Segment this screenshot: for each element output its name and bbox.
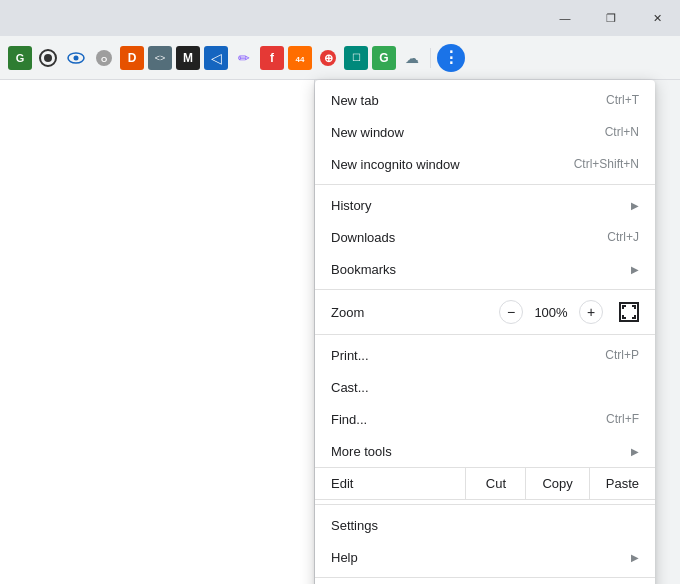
menu-item-more-tools[interactable]: More tools ▶	[315, 435, 655, 467]
ext-circle-dark[interactable]	[36, 46, 60, 70]
title-bar-controls: — ❐ ✕	[542, 0, 680, 36]
menu-item-new-tab[interactable]: New tab Ctrl+T	[315, 84, 655, 116]
ext-badge-orange[interactable]: 44	[288, 46, 312, 70]
main-area: New tab Ctrl+T New window Ctrl+N New inc…	[0, 80, 680, 584]
ext-circle-gray[interactable]: O	[92, 46, 116, 70]
ext-cloud[interactable]: ☁	[400, 46, 424, 70]
svg-text:⊕: ⊕	[324, 52, 333, 64]
browser-toolbar: G O D <> M ◁ ✏ f 44 ⊕ ☐ G ☁ ⋮	[0, 36, 680, 80]
ext-square-teal[interactable]: ☐	[344, 46, 368, 70]
zoom-out-button[interactable]: −	[499, 300, 523, 324]
svg-text:44: 44	[296, 55, 305, 64]
ext-m-dark[interactable]: M	[176, 46, 200, 70]
menu-item-settings[interactable]: Settings	[315, 509, 655, 541]
separator-2	[315, 289, 655, 290]
svg-point-1	[44, 54, 52, 62]
fullscreen-button[interactable]	[619, 302, 639, 322]
minimize-button[interactable]: —	[542, 0, 588, 36]
svg-text:O: O	[101, 55, 107, 64]
context-menu: New tab Ctrl+T New window Ctrl+N New inc…	[315, 80, 655, 584]
zoom-row: Zoom − 100% +	[315, 294, 655, 330]
three-dot-menu[interactable]: ⋮	[437, 44, 465, 72]
menu-item-new-incognito[interactable]: New incognito window Ctrl+Shift+N	[315, 148, 655, 180]
separator-5	[315, 577, 655, 578]
cut-button[interactable]: Cut	[465, 468, 525, 499]
zoom-controls: − 100% +	[499, 300, 639, 324]
svg-point-3	[74, 55, 79, 60]
ext-d-orange[interactable]: D	[120, 46, 144, 70]
copy-button[interactable]: Copy	[525, 468, 588, 499]
menu-item-history[interactable]: History ▶	[315, 189, 655, 221]
toolbar-divider	[430, 48, 431, 68]
menu-item-print[interactable]: Print... Ctrl+P	[315, 339, 655, 371]
ext-circle-red[interactable]: ⊕	[316, 46, 340, 70]
page-content	[0, 80, 315, 584]
menu-item-downloads[interactable]: Downloads Ctrl+J	[315, 221, 655, 253]
edit-row: Edit Cut Copy Paste	[315, 467, 655, 500]
menu-item-cast[interactable]: Cast...	[315, 371, 655, 403]
zoom-in-button[interactable]: +	[579, 300, 603, 324]
ext-g-green[interactable]: G	[372, 46, 396, 70]
menu-item-find[interactable]: Find... Ctrl+F	[315, 403, 655, 435]
paste-button[interactable]: Paste	[589, 468, 655, 499]
separator-4	[315, 504, 655, 505]
ext-arrow-blue[interactable]: ◁	[204, 46, 228, 70]
close-button[interactable]: ✕	[634, 0, 680, 36]
ext-flipboard[interactable]: f	[260, 46, 284, 70]
menu-item-new-window[interactable]: New window Ctrl+N	[315, 116, 655, 148]
menu-item-bookmarks[interactable]: Bookmarks ▶	[315, 253, 655, 285]
restore-button[interactable]: ❐	[588, 0, 634, 36]
separator-1	[315, 184, 655, 185]
title-bar: — ❐ ✕	[0, 0, 680, 36]
menu-item-help[interactable]: Help ▶	[315, 541, 655, 573]
ext-eye[interactable]	[64, 46, 88, 70]
ext-pen-purple[interactable]: ✏	[232, 46, 256, 70]
separator-3	[315, 334, 655, 335]
ext-green-square[interactable]: G	[8, 46, 32, 70]
ext-code[interactable]: <>	[148, 46, 172, 70]
